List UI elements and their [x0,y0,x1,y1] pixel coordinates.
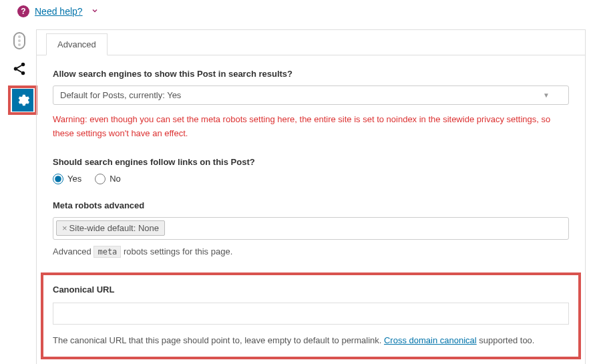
meta-code: meta [93,246,121,258]
svg-line-3 [17,65,21,68]
svg-line-4 [17,69,21,72]
canonical-help: The canonical URL that this page should … [53,334,569,348]
gear-icon [15,93,30,108]
radio-yes[interactable] [53,174,63,184]
canonical-url-input[interactable] [53,303,569,325]
share-icon [12,61,27,76]
meta-robots-label: Meta robots advanced [53,200,569,210]
canonical-label: Canonical URL [53,285,569,295]
caret-down-icon: ▼ [543,92,550,99]
search-results-value: Default for Posts, currently: Yes [60,90,181,100]
sidebar-item-readability[interactable] [8,29,31,52]
sidebar-item-social[interactable] [8,57,31,80]
radio-yes-label: Yes [67,174,81,184]
radio-no[interactable] [95,174,106,184]
need-help-link[interactable]: Need help? [35,6,83,17]
meta-robots-chip[interactable]: ×Site-wide default: None [56,220,165,236]
svg-point-2 [21,71,25,75]
radio-no-label: No [110,174,121,184]
meta-robots-help: Advanced meta robots settings for this p… [53,246,569,256]
follow-links-yes[interactable]: Yes [53,174,81,184]
search-results-warning: Warning: even though you can set the met… [53,113,569,141]
follow-links-label: Should search engines follow links on th… [53,157,569,167]
chip-remove-icon[interactable]: × [62,223,67,233]
help-icon: ? [17,5,29,17]
svg-point-0 [21,63,25,67]
canonical-section-highlighted: Canonical URL The canonical URL that thi… [41,272,581,360]
search-results-select[interactable]: Default for Posts, currently: Yes ▼ [53,85,569,105]
svg-point-1 [14,67,18,71]
chevron-down-icon[interactable] [91,7,99,17]
meta-robots-select[interactable]: ×Site-wide default: None [53,217,569,240]
follow-links-no[interactable]: No [95,174,121,184]
sidebar-item-advanced[interactable] [12,89,33,112]
cross-domain-canonical-link[interactable]: Cross domain canonical [384,335,477,345]
traffic-light-icon [13,32,25,49]
tab-advanced[interactable]: Advanced [46,33,108,55]
search-results-label: Allow search engines to show this Post i… [53,69,569,79]
sidebar-item-advanced-highlighted [8,85,37,115]
